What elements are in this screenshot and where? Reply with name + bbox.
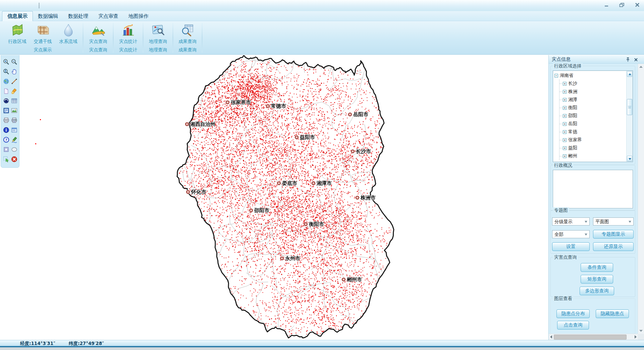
result-query-icon <box>180 23 195 38</box>
geo-query-button[interactable]: 地理查询 <box>145 21 171 45</box>
zoom-in-icon[interactable] <box>2 58 10 66</box>
disaster-stats-button[interactable]: 灾点统计 <box>115 21 141 45</box>
eye-icon[interactable] <box>2 97 10 105</box>
expand-icon[interactable]: + <box>563 98 567 102</box>
tree-connector <box>559 100 562 100</box>
scroll-right-icon[interactable] <box>635 335 637 339</box>
tree-connector <box>559 116 562 116</box>
select-arrow-icon[interactable] <box>2 155 10 163</box>
expand-icon[interactable]: + <box>563 130 567 134</box>
tab-data-process[interactable]: 数据处理 <box>63 11 93 21</box>
tree-node[interactable]: +郴州 <box>559 152 625 160</box>
map-canvas[interactable] <box>0 55 548 340</box>
blank-page-icon[interactable] <box>2 87 10 95</box>
close-button[interactable] <box>635 3 640 7</box>
tab-info-display[interactable]: 信息展示 <box>2 11 33 21</box>
hide-hazard-button[interactable]: 隐藏隐患点 <box>596 309 629 318</box>
tree-node[interactable]: +衡阳 <box>559 104 625 112</box>
expand-icon[interactable]: + <box>563 114 567 118</box>
tab-data-edit[interactable]: 数据编辑 <box>33 11 63 21</box>
tree-node[interactable]: +株洲 <box>559 88 625 96</box>
pan-hand-icon[interactable] <box>10 68 18 76</box>
tree-children: +长沙+株洲+湘潭+衡阳+邵阳+岳阳+常德+张家界+益阳+郴州 <box>559 80 625 160</box>
tab-disaster-review[interactable]: 灾点审查 <box>93 11 123 21</box>
map-area: ? 张家界市常德市岳阳市湘西自治州益阳市长沙市娄底市湘潭市株洲市怀化市邵阳市衡阳… <box>0 55 548 340</box>
attribute-table-icon[interactable] <box>10 97 18 105</box>
zoom-out-icon[interactable] <box>10 58 18 66</box>
tree-connector <box>559 140 562 140</box>
panel-close-icon[interactable] <box>634 57 638 62</box>
help-icon[interactable]: ? <box>2 136 10 144</box>
settings-button[interactable]: 设置 <box>552 242 590 251</box>
zoom-extent-icon[interactable] <box>2 68 10 76</box>
expand-icon[interactable]: + <box>563 82 567 86</box>
panel-window-icon[interactable] <box>10 126 18 134</box>
info-icon[interactable] <box>2 126 10 134</box>
legend-panel-icon[interactable] <box>2 107 10 115</box>
tab-map-operation[interactable]: 地图操作 <box>123 11 154 21</box>
minimize-button[interactable] <box>604 3 609 7</box>
admin-overview-textbox[interactable] <box>553 170 633 208</box>
expand-icon[interactable]: + <box>563 106 567 110</box>
expand-icon[interactable]: + <box>563 154 567 158</box>
tree-connector <box>559 156 562 156</box>
admin-region-button[interactable]: 行政区域 <box>5 21 30 45</box>
tree-node[interactable]: +邵阳 <box>559 112 625 120</box>
hazard-distribution-button[interactable]: 隐患点分布 <box>556 309 590 318</box>
image-export-icon[interactable] <box>10 107 18 115</box>
horizontal-scroll-thumb[interactable] <box>554 335 627 340</box>
thematic-mode-select[interactable]: 分级显示 <box>552 217 590 226</box>
tree-node[interactable]: +益阳 <box>559 144 625 152</box>
restore-display-button[interactable]: 还原显示 <box>593 242 634 251</box>
result-query-button[interactable]: 成果查询 <box>175 21 200 45</box>
tree-scroll-down-icon[interactable] <box>627 156 632 161</box>
bottom-edge-strip <box>0 347 644 350</box>
layer-view-title: 图层查看 <box>553 296 574 302</box>
pin-icon[interactable] <box>626 57 630 62</box>
frame-icon[interactable] <box>2 146 10 154</box>
panel-vertical-scrollbar[interactable] <box>638 64 644 334</box>
thematic-type-select[interactable]: 平面图 <box>593 217 634 226</box>
tree-scroll-up-icon[interactable] <box>627 71 632 77</box>
ribbon-button-label: 灾点查询 <box>89 39 107 45</box>
print-preview-icon[interactable] <box>10 116 18 124</box>
disaster-query-button[interactable]: 灾点查询 <box>86 21 111 45</box>
print-icon[interactable] <box>2 116 10 124</box>
tree-scroll-thumb[interactable] <box>627 99 632 115</box>
condition-query-button[interactable]: 条件查询 <box>581 263 613 272</box>
expand-icon[interactable]: + <box>563 146 567 150</box>
scroll-up-icon[interactable] <box>639 66 643 68</box>
click-query-button[interactable]: 点击查询 <box>557 321 589 330</box>
tree-node[interactable]: +岳阳 <box>559 120 625 128</box>
ribbon: 行政区域交通干线水系流域灾点展示灾点查询灾点查询灾点统计灾点统计地理查询地理查询… <box>0 21 644 55</box>
scroll-down-icon[interactable] <box>639 330 643 332</box>
disaster-query-title: 灾害点查询 <box>553 254 578 260</box>
tree-node[interactable]: +长沙 <box>559 80 625 88</box>
sketch-pen-icon[interactable] <box>10 136 18 144</box>
water-system-button[interactable]: 水系流域 <box>56 21 81 45</box>
measure-icon[interactable] <box>10 78 18 86</box>
restore-button[interactable] <box>619 3 625 7</box>
tree-node[interactable]: +张家界 <box>559 136 625 144</box>
rectangle-query-button[interactable]: 矩形查询 <box>581 275 613 284</box>
expand-icon[interactable]: + <box>563 122 567 126</box>
panel-horizontal-scrollbar[interactable] <box>549 334 638 340</box>
polygon-query-button[interactable]: 多边形查询 <box>580 287 614 295</box>
ellipse-icon[interactable] <box>10 146 18 154</box>
globe-icon[interactable] <box>2 78 10 86</box>
thematic-scope-select[interactable]: 全部 <box>552 230 590 238</box>
tree-node-root[interactable]: −湖南省 <box>554 71 625 80</box>
tree-scrollbar[interactable] <box>626 71 633 162</box>
tree-node[interactable]: +湘潭 <box>559 96 625 104</box>
disaster-query-icon <box>91 23 106 38</box>
collapse-icon[interactable]: − <box>554 74 558 78</box>
map-toolbar: ? <box>1 55 19 168</box>
scroll-left-icon[interactable] <box>550 335 552 339</box>
expand-icon[interactable]: + <box>563 90 567 94</box>
tree-node[interactable]: +常德 <box>559 128 625 136</box>
delete-icon[interactable] <box>10 155 18 163</box>
traffic-lines-button[interactable]: 交通干线 <box>30 21 56 45</box>
expand-icon[interactable]: + <box>563 138 567 142</box>
paint-brush-icon[interactable] <box>10 87 18 95</box>
thematic-show-button[interactable]: 专题图显示 <box>593 230 634 239</box>
